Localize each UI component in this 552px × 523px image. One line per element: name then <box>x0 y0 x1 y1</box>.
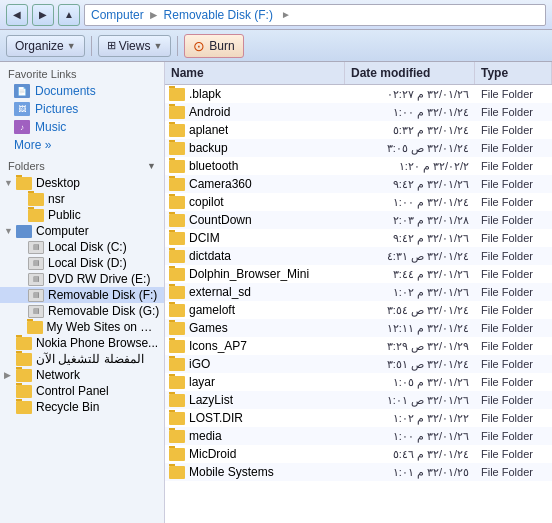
file-name: external_sd <box>189 285 251 299</box>
burn-button[interactable]: ⊙ Burn <box>184 34 243 58</box>
col-header-type[interactable]: Type <box>475 62 552 84</box>
sidebar-more-link[interactable]: More » <box>0 136 164 154</box>
file-name: Android <box>189 105 230 119</box>
cell-date: ٣٢/٠١/٢٦ م ١:٠٠ <box>345 429 475 444</box>
tree-item-nokia-phone-browse---[interactable]: Nokia Phone Browse... <box>0 335 164 351</box>
tree-item-label: DVD RW Drive (E:) <box>48 272 150 286</box>
breadcrumb-computer[interactable]: Computer <box>91 8 144 22</box>
cell-name: LazyList <box>165 392 345 408</box>
sidebar-favorite-music[interactable]: ♪ Music <box>0 118 164 136</box>
table-row[interactable]: aplanet ٣٢/٠١/٢٤ م ٥:٣٢ File Folder <box>165 121 552 139</box>
file-folder-icon <box>169 160 185 173</box>
file-folder-icon <box>169 124 185 137</box>
cell-name: aplanet <box>165 122 345 138</box>
views-button[interactable]: ⊞ Views ▼ <box>98 35 172 57</box>
table-row[interactable]: Games ٣٢/٠١/٢٤ م ١٢:١١ File Folder <box>165 319 552 337</box>
tree-item-public[interactable]: Public <box>0 207 164 223</box>
cell-date: ٣٢/٠١/٢٤ ص ٣:٥٤ <box>345 303 475 318</box>
file-folder-icon <box>169 268 185 281</box>
tree-item-label: Computer <box>36 224 89 238</box>
table-row[interactable]: .blapk ٣٢/٠١/٢٦ م ٠٢:٢٧ File Folder <box>165 85 552 103</box>
table-row[interactable]: bluetooth ٣٢/٠٢/٢ م ١:٢٠ File Folder <box>165 157 552 175</box>
tree-item-desktop[interactable]: ▼Desktop <box>0 175 164 191</box>
file-list-body[interactable]: .blapk ٣٢/٠١/٢٦ م ٠٢:٢٧ File Folder Andr… <box>165 85 552 523</box>
cell-name: layar <box>165 374 345 390</box>
folders-header[interactable]: Folders ▼ <box>0 154 164 175</box>
tree-item-label: Removable Disk (G:) <box>48 304 159 318</box>
forward-button[interactable]: ▶ <box>32 4 54 26</box>
tree-item-network[interactable]: ▶Network <box>0 367 164 383</box>
cell-type: File Folder <box>475 231 552 245</box>
table-row[interactable]: copilot ٣٢/٠١/٢٤ م ١:٠٠ File Folder <box>165 193 552 211</box>
table-row[interactable]: MicDroid ٣٢/٠١/٢٤ م ٥:٤٦ File Folder <box>165 445 552 463</box>
cell-type: File Folder <box>475 411 552 425</box>
tree-item-computer[interactable]: ▼Computer <box>0 223 164 239</box>
tree-item-local-disk--c--[interactable]: ▤Local Disk (C:) <box>0 239 164 255</box>
tree-item-label: Local Disk (C:) <box>48 240 127 254</box>
cell-name: DCIM <box>165 230 345 246</box>
file-name: gameloft <box>189 303 235 317</box>
cell-date: ٣٢/٠١/٢٤ ص ٤:٣١ <box>345 249 475 264</box>
folders-collapse-icon: ▼ <box>147 161 156 171</box>
tree-item-local-disk--d--[interactable]: ▤Local Disk (D:) <box>0 255 164 271</box>
table-row[interactable]: LazyList ٣٢/٠١/٢٦ ص ١:٠١ File Folder <box>165 391 552 409</box>
file-name: iGO <box>189 357 210 371</box>
table-row[interactable]: Dolphin_Browser_Mini ٣٢/٠١/٢٦ م ٣:٤٤ Fil… <box>165 265 552 283</box>
cell-type: File Folder <box>475 321 552 335</box>
tree-item-label: Removable Disk (F:) <box>48 288 157 302</box>
tree-item-removable-disk--f--[interactable]: ▤Removable Disk (F:) <box>0 287 164 303</box>
cell-name: gameloft <box>165 302 345 318</box>
cell-type: File Folder <box>475 357 552 371</box>
table-row[interactable]: media ٣٢/٠١/٢٦ م ١:٠٠ File Folder <box>165 427 552 445</box>
music-icon: ♪ <box>14 120 30 134</box>
folder-icon <box>16 369 32 382</box>
tree-expand-icon: ▼ <box>4 178 14 188</box>
tree-item---------------------[interactable]: المفضلة للتشغيل الآن <box>0 351 164 367</box>
tree-item-my-web-sites-on-ms---[interactable]: My Web Sites on MS... <box>0 319 164 335</box>
cell-name: media <box>165 428 345 444</box>
pictures-icon: 🖼 <box>14 102 30 116</box>
file-folder-icon <box>169 448 185 461</box>
documents-icon: 📄 <box>14 84 30 98</box>
tree-item-dvd-rw-drive--e--[interactable]: ▤DVD RW Drive (E:) <box>0 271 164 287</box>
breadcrumb-bar[interactable]: Computer ► Removable Disk (F:) ► <box>84 4 546 26</box>
cell-type: File Folder <box>475 267 552 281</box>
table-row[interactable]: DCIM ٣٢/٠١/٢٦ م ٩:٤٢ File Folder <box>165 229 552 247</box>
back-button[interactable]: ◀ <box>6 4 28 26</box>
documents-label: Documents <box>35 84 96 98</box>
table-row[interactable]: Mobile Systems ٣٢/٠١/٢٥ م ١:٠١ File Fold… <box>165 463 552 481</box>
table-row[interactable]: Icons_AP7 ٣٢/٠١/٢٩ ص ٣:٢٩ File Folder <box>165 337 552 355</box>
table-row[interactable]: backup ٣٢/٠١/٢٤ ص ٣:٠٥ File Folder <box>165 139 552 157</box>
cell-date: ٣٢/٠١/٢٦ ص ١:٠١ <box>345 393 475 408</box>
burn-disc-icon: ⊙ <box>193 38 205 54</box>
drive-icon: ▤ <box>28 289 44 302</box>
table-row[interactable]: iGO ٣٢/٠١/٢٤ ص ٣:٥١ File Folder <box>165 355 552 373</box>
tree-item-recycle-bin[interactable]: Recycle Bin <box>0 399 164 415</box>
table-row[interactable]: LOST.DIR ٣٢/٠١/٢٢ م ١:٠٢ File Folder <box>165 409 552 427</box>
sidebar-favorite-documents[interactable]: 📄 Documents <box>0 82 164 100</box>
file-folder-icon <box>169 304 185 317</box>
sidebar-favorite-pictures[interactable]: 🖼 Pictures <box>0 100 164 118</box>
tree-item-control-panel[interactable]: Control Panel <box>0 383 164 399</box>
table-row[interactable]: external_sd ٣٢/٠١/٢٦ م ١:٠٢ File Folder <box>165 283 552 301</box>
up-button[interactable]: ▲ <box>58 4 80 26</box>
tree-item-nsr[interactable]: nsr <box>0 191 164 207</box>
cell-name: backup <box>165 140 345 156</box>
table-row[interactable]: Camera360 ٣٢/٠١/٢٦ م ٩:٤٢ File Folder <box>165 175 552 193</box>
computer-icon <box>16 225 32 238</box>
table-row[interactable]: Android ٣٢/٠١/٢٤ م ١:٠٠ File Folder <box>165 103 552 121</box>
tree-item-label: nsr <box>48 192 65 206</box>
table-row[interactable]: dictdata ٣٢/٠١/٢٤ ص ٤:٣١ File Folder <box>165 247 552 265</box>
table-row[interactable]: layar ٣٢/٠١/٢٦ م ١:٠٥ File Folder <box>165 373 552 391</box>
col-header-date[interactable]: Date modified <box>345 62 475 84</box>
table-row[interactable]: CountDown ٣٢/٠١/٢٨ م ٢:٠٣ File Folder <box>165 211 552 229</box>
cell-name: external_sd <box>165 284 345 300</box>
views-icon: ⊞ <box>107 39 116 52</box>
tree-item-removable-disk--g--[interactable]: ▤Removable Disk (G:) <box>0 303 164 319</box>
file-name: LOST.DIR <box>189 411 243 425</box>
breadcrumb-disk[interactable]: Removable Disk (F:) <box>164 8 273 22</box>
table-row[interactable]: gameloft ٣٢/٠١/٢٤ ص ٣:٥٤ File Folder <box>165 301 552 319</box>
organize-button[interactable]: Organize ▼ <box>6 35 85 57</box>
cell-date: ٣٢/٠١/٢٤ م ١٢:١١ <box>345 321 475 336</box>
col-header-name[interactable]: Name <box>165 62 345 84</box>
